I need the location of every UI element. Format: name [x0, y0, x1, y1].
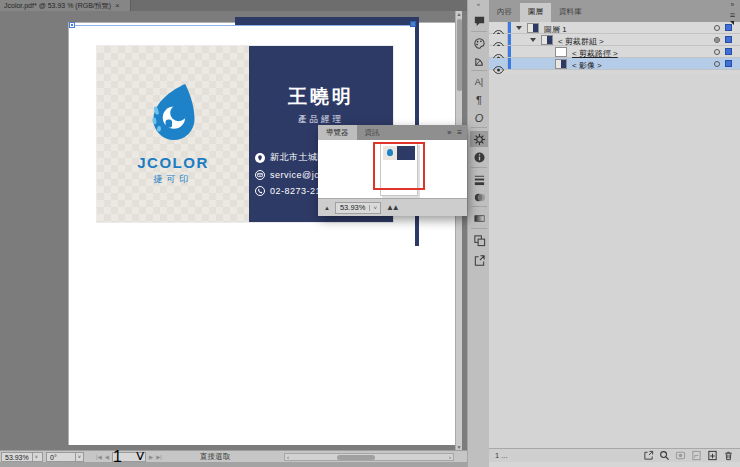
artboard-navigation: |◀ ◀ 1 ˅ ▶ ▶| [96, 452, 162, 462]
layers-panel-footer: 1 ... [489, 448, 740, 462]
canvas[interactable]: JCOLOR 捷可印 王曉明 產品經理 新北市土城區中央 service@jco… [0, 11, 455, 450]
tab-properties[interactable]: 內容 [489, 3, 520, 22]
email-icon [255, 170, 265, 180]
first-artboard-icon[interactable]: |◀ [96, 454, 102, 460]
layer-row-image[interactable]: < 影像 > [489, 58, 740, 70]
phone-icon [255, 186, 265, 196]
canvas-vertical-scrollbar[interactable]: ▲ ▼ [455, 11, 462, 450]
layer-thumbnail[interactable] [555, 47, 567, 57]
paragraph-panel-icon[interactable]: ¶ [470, 92, 488, 108]
jcolor-logo [145, 82, 201, 146]
target-circle-icon[interactable] [714, 61, 720, 67]
selection-indicator[interactable] [725, 24, 732, 31]
brand-name: JCOLOR [137, 154, 209, 171]
person-name: 王曉明 [249, 84, 393, 110]
info-panel-icon[interactable] [470, 149, 488, 165]
last-artboard-icon[interactable]: ▶| [156, 454, 162, 460]
expand-caret-icon[interactable] [530, 38, 536, 42]
document-tab[interactable]: Jcolor.pdf* @ 53.93 % (RGB/預覽) × [0, 0, 131, 11]
selection-handle-topleft[interactable] [69, 22, 75, 28]
expand-dock-icon[interactable]: « [468, 0, 489, 9]
selection-handle-topright[interactable] [410, 21, 416, 27]
collapse-panel-icon[interactable]: » [447, 129, 451, 137]
gradient-panel-icon[interactable] [470, 210, 488, 226]
panel-dock: « A| ¶ O [467, 0, 489, 467]
selection-indicator[interactable] [725, 48, 732, 55]
rotation-field[interactable]: 0° ˅ [46, 452, 84, 462]
previous-artboard-icon[interactable]: ◀ [105, 454, 109, 460]
character-panel-icon[interactable]: A| [470, 74, 488, 90]
canvas-horizontal-scrollbar[interactable]: ‹ › [284, 453, 454, 461]
scroll-right-icon[interactable]: › [449, 454, 451, 461]
navigator-zoom-value: 53.93% [336, 203, 369, 212]
next-artboard-icon[interactable]: ▶ [149, 454, 153, 460]
navigator-panel-icon[interactable] [470, 131, 488, 147]
tab-navigator[interactable]: 導覽器 [318, 125, 357, 140]
expand-caret-icon[interactable] [516, 26, 522, 30]
status-bar: 53.93% ˅ 0° ˅ |◀ ◀ 1 ˅ ▶ ▶| 直接選取 ‹ › [0, 450, 467, 462]
close-tab-icon[interactable]: × [115, 2, 120, 10]
selection-indicator[interactable] [725, 60, 732, 67]
navigator-zoom-field[interactable]: 53.93% ˅ [335, 202, 381, 214]
artboard-number-field[interactable]: 1 ˅ [112, 452, 146, 462]
layer-row-clip-group[interactable]: < 剪裁群組 > [489, 34, 740, 46]
locate-object-icon[interactable] [659, 447, 670, 465]
layer-thumbnail[interactable] [527, 23, 539, 33]
asset-export-panel-icon[interactable] [470, 252, 488, 268]
layer-row-clip-path[interactable]: < 剪裁路徑 > [489, 46, 740, 58]
make-clipping-mask-icon[interactable] [675, 447, 686, 465]
document-tab-bar: Jcolor.pdf* @ 53.93 % (RGB/預覽) × [0, 0, 467, 11]
navigator-view-rectangle[interactable] [373, 142, 425, 190]
tab-layers[interactable]: 圖層 [520, 3, 551, 22]
layer-row-layer1[interactable]: 圖層 1 [489, 22, 740, 34]
navigator-footer: ▲ 53.93% ˅ ▲▲ [318, 198, 467, 216]
target-circle-icon[interactable] [714, 37, 720, 43]
collapse-dock-icon[interactable]: » [730, 1, 734, 8]
layer-name[interactable]: < 影像 > [572, 60, 602, 71]
zoom-out-icon[interactable]: ▲ [324, 205, 330, 211]
layers-panel-empty-area [489, 74, 740, 448]
layer-thumbnail[interactable] [555, 59, 567, 69]
right-panel: 內容 圖層 資料庫 » ≡ 圖層 1 [489, 0, 740, 467]
card-front-left: JCOLOR 捷可印 [97, 46, 249, 222]
horizontal-scroll-thumb[interactable] [337, 455, 375, 460]
color-panel-icon[interactable] [470, 35, 488, 51]
zoom-level-value: 53.93% [2, 454, 32, 461]
gradient-fan-icon[interactable] [470, 53, 488, 69]
selection-indicator[interactable] [725, 36, 732, 43]
new-layer-icon[interactable] [707, 447, 718, 465]
scroll-left-icon[interactable]: ‹ [287, 454, 289, 461]
navigator-zoom-dropdown-icon[interactable]: ˅ [369, 205, 380, 211]
transparency-panel-icon[interactable] [470, 189, 488, 205]
new-sublayer-icon[interactable] [691, 447, 702, 465]
zoom-in-icon[interactable]: ▲▲ [386, 204, 398, 212]
opentype-panel-icon[interactable]: O [470, 110, 488, 126]
zoom-dropdown-icon[interactable]: ˅ [32, 453, 40, 461]
stroke-panel-icon[interactable] [470, 171, 488, 187]
tab-info[interactable]: 資訊 [357, 125, 388, 140]
target-circle-icon[interactable] [714, 25, 720, 31]
rotation-dropdown-icon[interactable]: ˅ [75, 453, 83, 461]
vertical-scroll-thumb[interactable] [457, 19, 462, 91]
delete-layer-icon[interactable] [723, 447, 734, 465]
target-circle-icon[interactable] [714, 49, 720, 55]
rotation-value: 0° [47, 454, 75, 461]
navigator-preview[interactable] [318, 140, 467, 198]
comments-panel-icon[interactable] [470, 12, 488, 28]
layers-list: 圖層 1 < 剪裁群組 > [489, 22, 740, 70]
scroll-up-icon[interactable]: ▲ [456, 11, 462, 17]
layer-thumbnail[interactable] [541, 35, 553, 45]
panel-menu-icon[interactable]: ≡ [457, 129, 462, 137]
navigator-header: 導覽器 資訊 » ≡ [318, 125, 467, 140]
layers-panel-menu-icon[interactable]: ≡ [730, 10, 735, 20]
brand-subtitle: 捷可印 [154, 173, 193, 186]
artboards-panel-icon[interactable] [470, 232, 488, 248]
navigator-panel: 導覽器 資訊 » ≡ ▲ 53.93% ˅ ▲▲ [318, 125, 467, 216]
collect-for-export-icon[interactable] [643, 447, 654, 465]
tab-libraries[interactable]: 資料庫 [551, 3, 590, 22]
zoom-level-field[interactable]: 53.93% ˅ [1, 452, 43, 462]
document-title: Jcolor.pdf* @ 53.93 % (RGB/預覽) [4, 1, 111, 11]
illustrator-window: Jcolor.pdf* @ 53.93 % (RGB/預覽) × [0, 0, 740, 467]
right-panel-header: 內容 圖層 資料庫 » ≡ [489, 0, 740, 22]
layer-count-label: 1 ... [495, 451, 508, 460]
